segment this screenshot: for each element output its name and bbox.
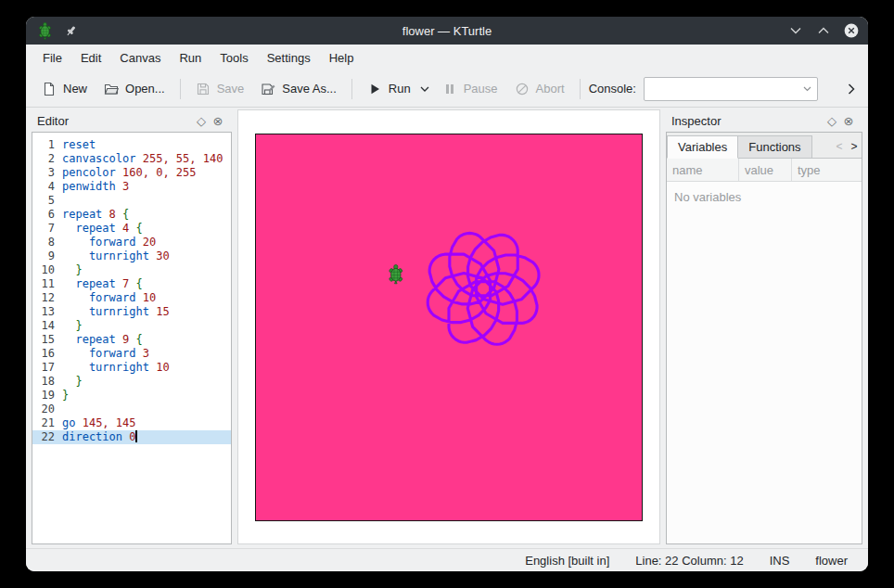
new-file-icon: [42, 82, 57, 96]
console-input[interactable]: [645, 82, 803, 96]
code-line[interactable]: 15 repeat 9 {: [32, 333, 231, 347]
float-dock-icon[interactable]: ◇: [193, 114, 210, 128]
kturtle-window: flower — KTurtle File Edit C: [26, 17, 868, 571]
code-line[interactable]: 5: [32, 194, 231, 208]
menu-canvas[interactable]: Canvas: [110, 47, 170, 69]
line-number: 6: [32, 208, 62, 222]
toolbar-separator: [180, 79, 181, 99]
menu-help[interactable]: Help: [320, 47, 364, 69]
pause-button-label: Pause: [464, 82, 498, 96]
save-as-button-label: Save As...: [282, 82, 337, 96]
pause-icon: [442, 82, 457, 96]
tab-scroll-left-icon[interactable]: <: [832, 140, 847, 158]
line-number: 17: [32, 361, 62, 375]
run-button-label: Run: [389, 82, 411, 96]
save-icon: [196, 82, 211, 96]
chevron-right-icon: [848, 83, 855, 95]
variables-table-header: name value type: [667, 159, 862, 182]
line-number: 3: [32, 166, 62, 180]
code-line[interactable]: 17 turnright 10: [32, 361, 231, 375]
code-line[interactable]: 16 forward 3: [32, 347, 231, 361]
code-line[interactable]: 13 turnright 15: [32, 305, 231, 319]
code-line[interactable]: 20: [32, 403, 231, 416]
console-label: Console:: [589, 82, 636, 96]
tab-variables[interactable]: Variables: [667, 135, 738, 159]
maximize-button[interactable]: [814, 21, 833, 40]
abort-button[interactable]: Abort: [506, 77, 573, 101]
variables-table-body: No variables: [667, 182, 862, 543]
line-number: 1: [32, 138, 62, 152]
status-language[interactable]: English [built in]: [525, 554, 609, 568]
column-type[interactable]: type: [792, 159, 862, 181]
code-line[interactable]: 3pencolor 160, 0, 255: [32, 166, 231, 180]
line-number: 22: [32, 430, 62, 444]
menu-edit[interactable]: Edit: [71, 47, 110, 69]
code-line[interactable]: 11 repeat 7 {: [32, 277, 231, 291]
status-insert-mode[interactable]: INS: [770, 554, 790, 568]
save-button[interactable]: Save: [187, 77, 253, 101]
inspector-dock: Inspector ◇ ⊗ Variables Functions < > na…: [666, 109, 862, 544]
line-number: 14: [32, 319, 62, 333]
tab-functions[interactable]: Functions: [738, 135, 811, 158]
run-speed-dropdown[interactable]: [415, 82, 434, 96]
inspector-frame: Variables Functions < > name value type …: [666, 132, 862, 544]
menu-settings[interactable]: Settings: [258, 47, 320, 69]
code-line[interactable]: 10 }: [32, 263, 231, 277]
editor-dock-header[interactable]: Editor ◇ ⊗: [32, 109, 232, 132]
console-combobox[interactable]: [644, 77, 818, 101]
tab-scroll-right-icon[interactable]: >: [847, 140, 862, 158]
open-folder-icon: [104, 82, 119, 96]
code-line[interactable]: 2canvascolor 255, 55, 140: [32, 152, 231, 166]
code-line[interactable]: 18 }: [32, 375, 231, 389]
save-as-button[interactable]: Save As...: [252, 77, 345, 101]
pause-button[interactable]: Pause: [434, 77, 506, 101]
code-line[interactable]: 12 forward 10: [32, 291, 231, 305]
combo-chevron-down-icon[interactable]: [803, 86, 817, 92]
menu-tools[interactable]: Tools: [211, 47, 257, 69]
app-turtle-icon: [35, 21, 54, 40]
pin-icon[interactable]: [61, 21, 80, 40]
turtle-canvas[interactable]: [255, 134, 643, 521]
code-line[interactable]: 6repeat 8 {: [32, 208, 231, 222]
close-dock-icon[interactable]: ⊗: [840, 114, 857, 128]
line-number: 9: [32, 249, 62, 263]
abort-button-label: Abort: [536, 82, 565, 96]
column-value[interactable]: value: [739, 159, 792, 181]
code-line[interactable]: 14 }: [32, 319, 231, 333]
close-button[interactable]: [842, 21, 861, 40]
line-number: 4: [32, 180, 62, 194]
menu-run[interactable]: Run: [170, 47, 211, 69]
line-number: 11: [32, 277, 62, 291]
line-number: 12: [32, 291, 62, 305]
toolbar-overflow-button[interactable]: [842, 80, 861, 98]
new-button[interactable]: New: [33, 77, 96, 101]
titlebar[interactable]: flower — KTurtle: [26, 17, 868, 45]
code-line[interactable]: 21go 145, 145: [32, 416, 231, 430]
run-button[interactable]: Run: [359, 77, 419, 101]
canvas-dock: [237, 109, 660, 544]
code-line[interactable]: 8 forward 20: [32, 236, 231, 249]
desktop-screen: flower — KTurtle File Edit C: [0, 0, 894, 588]
close-dock-icon[interactable]: ⊗: [210, 114, 226, 128]
column-name[interactable]: name: [667, 159, 739, 181]
run-play-icon: [367, 82, 382, 96]
line-number: 5: [32, 194, 62, 208]
inspector-dock-title: Inspector: [671, 114, 824, 128]
code-line[interactable]: 7 repeat 4 {: [32, 222, 231, 236]
line-number: 8: [32, 236, 62, 249]
line-number: 15: [32, 333, 62, 347]
line-number: 16: [32, 347, 62, 361]
code-line[interactable]: 9 turnright 30: [32, 249, 231, 263]
code-line[interactable]: 1reset: [32, 138, 231, 152]
code-line[interactable]: 19}: [32, 389, 231, 403]
code-editor[interactable]: 1reset2canvascolor 255, 55, 1403pencolor…: [32, 132, 232, 544]
menu-file[interactable]: File: [33, 47, 71, 69]
code-line[interactable]: 4penwidth 3: [32, 180, 231, 194]
float-dock-icon[interactable]: ◇: [824, 114, 840, 128]
status-filename: flower: [815, 554, 848, 568]
code-line[interactable]: 22direction 0: [32, 430, 231, 444]
chevron-down-icon: [420, 86, 429, 92]
inspector-dock-header[interactable]: Inspector ◇ ⊗: [666, 109, 862, 132]
minimize-button[interactable]: [786, 21, 805, 40]
open-button[interactable]: Open...: [96, 77, 173, 101]
